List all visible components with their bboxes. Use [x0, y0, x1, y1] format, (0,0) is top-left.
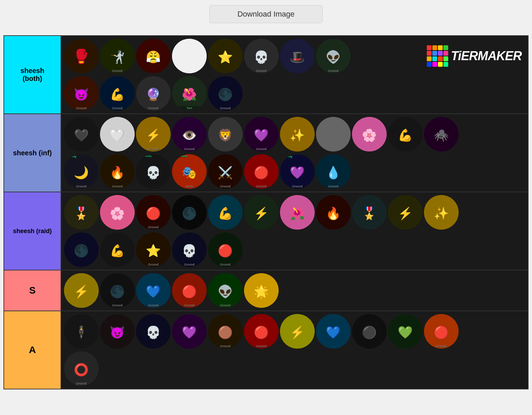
svg-text:⭐: ⭐ [218, 50, 233, 64]
svg-text:💪: 💪 [110, 243, 125, 258]
svg-text:🦁: 🦁 [218, 128, 233, 142]
svg-text:⚡: ⚡ [254, 206, 269, 221]
char-circle: 💜 [172, 314, 207, 349]
tier-row-sheesh-raid: sheesh (raid) 🎖️ 🌸 🔴 Ground [4, 192, 528, 270]
svg-text:🔴: 🔴 [218, 243, 233, 258]
svg-text:⭐: ⭐ [146, 243, 161, 258]
char-circle: 💀 [136, 314, 171, 349]
char-circle: 🕷️ [424, 117, 459, 151]
char-circle: 💙 Ground [136, 273, 171, 308]
svg-text:💀: 💀 [146, 165, 161, 180]
svg-text:🎖️: 🎖️ [362, 206, 377, 221]
char-circle: 🎭 Special Ability nomy [172, 154, 207, 189]
char-circle: 😈 Ground [64, 76, 99, 111]
svg-text:😈: 😈 [74, 87, 89, 102]
char-circle: 👽 Ground [316, 39, 351, 73]
tier-label-A: A [4, 311, 61, 389]
char-circle: 💀 Blood Ground [172, 232, 207, 267]
svg-text:🥊: 🥊 [73, 48, 90, 65]
char-circle: 💙 [316, 314, 351, 349]
char-circle: 🔴 Ground [244, 314, 279, 349]
char-circle: 🦁 [208, 117, 243, 151]
char-circle: ✨ [280, 117, 315, 151]
char-circle: 🔴 Fire Ground [244, 154, 279, 189]
tier-content-sheesh-both: 🥊 🤺 Ground 😤 ⭐ [61, 36, 528, 113]
svg-text:⚫: ⚫ [362, 325, 377, 340]
svg-text:🖤: 🖤 [74, 128, 89, 142]
svg-text:🌺: 🌺 [290, 206, 305, 221]
char-circle: 💜 Blessing Ground [280, 154, 315, 189]
svg-text:💙: 💙 [146, 284, 161, 299]
svg-text:🔴: 🔴 [254, 325, 269, 340]
tier-content-sheesh-raid: 🎖️ 🌸 🔴 Ground 🌑 💪 [61, 192, 528, 270]
char-circle: 💪 [388, 117, 423, 151]
svg-text:✨: ✨ [290, 128, 305, 142]
char-circle: 🥊 [64, 39, 99, 73]
svg-text:💧: 💧 [326, 165, 341, 180]
char-circle: 🌙 Blessing Ground [64, 154, 99, 189]
tier-label-sheesh-inf: sheesh (inf) [4, 114, 61, 192]
char-circle [316, 117, 351, 151]
char-circle [172, 39, 207, 73]
char-circle: 🎩 [280, 39, 315, 73]
svg-text:💪: 💪 [110, 87, 125, 102]
svg-text:⚡: ⚡ [398, 206, 413, 221]
svg-text:🌑: 🌑 [74, 243, 89, 258]
top-bar: Download Image [0, 0, 532, 28]
tier-label-sheesh-raid: sheesh (raid) [4, 192, 61, 270]
svg-text:🤍: 🤍 [110, 128, 125, 142]
char-circle: 🕴️ [64, 314, 99, 349]
svg-text:✨: ✨ [434, 206, 449, 221]
svg-text:🔥: 🔥 [110, 165, 125, 180]
svg-text:🔥: 🔥 [326, 206, 341, 221]
char-circle: ⚫ [352, 314, 387, 349]
svg-text:💀: 💀 [182, 243, 197, 258]
svg-text:🕴️: 🕴️ [74, 325, 89, 340]
char-circle: 🟤 Ground [208, 314, 243, 349]
svg-text:😈: 😈 [110, 325, 125, 340]
svg-text:🔮: 🔮 [146, 87, 161, 102]
svg-text:🌑: 🌑 [110, 284, 125, 299]
char-circle: 🌺 [280, 195, 315, 230]
char-circle: 🌑 [64, 232, 99, 267]
char-circle: 💪 Natur [100, 232, 135, 267]
svg-text:💜: 💜 [182, 325, 197, 340]
tier-row-S: S ⚡ 🌑 Ground 💙 Ground [4, 270, 528, 311]
download-button[interactable]: Download Image [209, 5, 323, 23]
svg-text:⚡: ⚡ [74, 284, 89, 299]
tier-row-A: A 🕴️ 😈 💀 💜 [4, 311, 528, 389]
char-circle: ⚔️ Fire Ground [208, 154, 243, 189]
char-circle: 😈 [100, 314, 135, 349]
tier-content-sheesh-inf: 🖤 🤍 ⚡ Ground 👁️ Ground [61, 114, 528, 192]
char-circle: 🌑 Ground [100, 273, 135, 308]
logo-grid [427, 45, 448, 67]
svg-text:⚡: ⚡ [146, 128, 161, 142]
char-circle: ⭐ Blood Ground [136, 232, 171, 267]
tier-content-S: ⚡ 🌑 Ground 💙 Ground 🔴 Ground [61, 270, 528, 311]
svg-text:💪: 💪 [398, 128, 413, 142]
char-circle: 🔥 [316, 195, 351, 230]
svg-text:🌙: 🌙 [74, 165, 89, 180]
char-circle: 🔮 Ground [136, 76, 171, 111]
char-circle: 🤍 [100, 117, 135, 151]
svg-text:💜: 💜 [254, 128, 269, 142]
svg-text:💜: 💜 [290, 165, 305, 180]
char-circle: ⭐ [208, 39, 243, 73]
char-circle: 💚 Natur [388, 314, 423, 349]
char-circle: 🔴 Blood Ground [208, 232, 243, 267]
svg-text:💀: 💀 [146, 325, 161, 340]
char-circle: 🤺 Ground [100, 39, 135, 73]
svg-point-6 [172, 39, 207, 73]
char-circle: 🌑 Dark Ground [208, 76, 243, 111]
svg-text:🎩: 🎩 [290, 50, 305, 64]
svg-text:🌺: 🌺 [182, 87, 197, 102]
logo-text: TiERMAKER [451, 49, 522, 63]
svg-text:🎭: 🎭 [182, 165, 197, 180]
char-circle: 💀 Ground [244, 39, 279, 73]
svg-text:😤: 😤 [146, 50, 161, 64]
char-circle: ⚡ [280, 314, 315, 349]
svg-text:🌸: 🌸 [362, 128, 377, 142]
char-circle: ⚡ [388, 195, 423, 230]
char-circle: ⭕ Freeze Ground [64, 351, 99, 386]
svg-text:👽: 👽 [218, 284, 233, 299]
